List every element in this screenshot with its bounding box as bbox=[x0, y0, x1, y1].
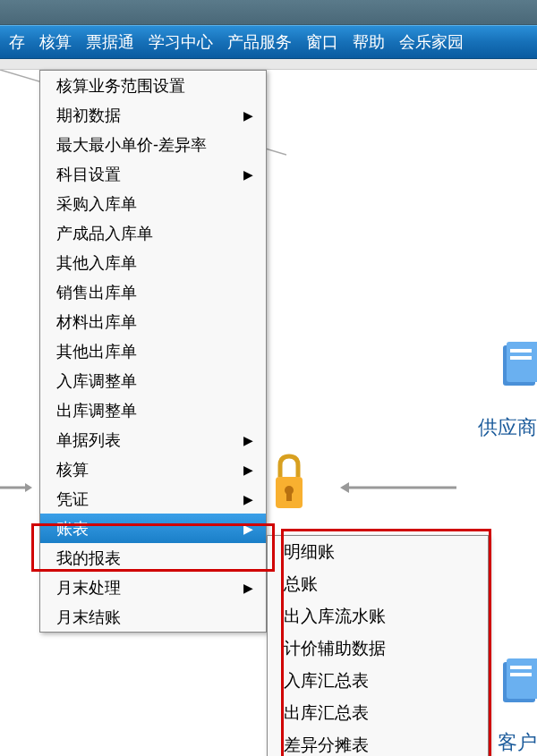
submenu-arrow-icon: ▶ bbox=[243, 433, 253, 447]
dropdown-item-label: 最大最小单价-差异率 bbox=[56, 134, 207, 156]
arrow-icon bbox=[340, 479, 456, 497]
menu-item-5[interactable]: 窗口 bbox=[299, 28, 345, 56]
main-dropdown-menu: 核算业务范围设置 期初数据 ▶ 最大最小单价-差异率 科目设置 ▶ 采购入库单 … bbox=[39, 70, 267, 633]
svg-rect-15 bbox=[286, 490, 292, 501]
menu-item-7[interactable]: 会乐家园 bbox=[392, 28, 471, 56]
submenu-item-label: 总账 bbox=[284, 573, 318, 596]
dropdown-item-voucher[interactable]: 凭证 ▶ bbox=[40, 484, 266, 514]
submenu-item-label: 计价辅助数据 bbox=[284, 637, 386, 660]
menu-item-2[interactable]: 票据通 bbox=[79, 28, 141, 56]
dropdown-item-label: 月末结账 bbox=[56, 607, 121, 628]
bg-label-customer: 客户 bbox=[498, 729, 537, 756]
reports-submenu: 明细账 总账 出入库流水账 计价辅助数据 入库汇总表 出库汇总表 差异分摊表 收… bbox=[267, 535, 489, 756]
dropdown-item-label: 其他入库单 bbox=[56, 252, 137, 274]
submenu-arrow-icon: ▶ bbox=[243, 522, 253, 536]
dropdown-item-purchase-in[interactable]: 采购入库单 bbox=[40, 189, 266, 218]
submenu-arrow-icon: ▶ bbox=[243, 167, 253, 182]
dropdown-item-accounting-scope[interactable]: 核算业务范围设置 bbox=[40, 71, 266, 100]
submenu-arrow-icon: ▶ bbox=[243, 108, 253, 123]
arrow-icon bbox=[0, 479, 32, 497]
dropdown-item-label: 期初数据 bbox=[56, 105, 121, 126]
submenu-item-label: 出入库流水账 bbox=[284, 605, 386, 628]
menu-item-3[interactable]: 学习中心 bbox=[141, 28, 220, 56]
dropdown-item-label: 核算 bbox=[56, 459, 89, 480]
dropdown-item-label: 采购入库单 bbox=[56, 193, 137, 215]
dropdown-item-label: 入库调整单 bbox=[56, 370, 137, 392]
lock-icon bbox=[267, 446, 311, 517]
submenu-arrow-icon: ▶ bbox=[243, 581, 253, 595]
dropdown-item-product-in[interactable]: 产成品入库单 bbox=[40, 218, 266, 248]
submenu-arrow-icon: ▶ bbox=[243, 463, 253, 477]
menu-item-4[interactable]: 产品服务 bbox=[220, 28, 299, 56]
menu-item-6[interactable]: 帮助 bbox=[345, 28, 392, 56]
dropdown-item-month-close[interactable]: 月末结账 bbox=[40, 602, 266, 632]
menu-item-1[interactable]: 核算 bbox=[32, 28, 79, 56]
dropdown-item-label: 产成品入库单 bbox=[56, 223, 153, 244]
dropdown-item-other-in[interactable]: 其他入库单 bbox=[40, 248, 266, 277]
dropdown-item-initial-data[interactable]: 期初数据 ▶ bbox=[40, 100, 266, 130]
svg-rect-2 bbox=[507, 342, 537, 382]
dropdown-item-label: 单据列表 bbox=[56, 429, 121, 451]
submenu-item-out-summary[interactable]: 出库汇总表 bbox=[268, 697, 488, 729]
dropdown-item-label: 凭证 bbox=[56, 488, 89, 510]
dropdown-item-material-out[interactable]: 材料出库单 bbox=[40, 307, 266, 336]
dropdown-item-label: 账表 bbox=[56, 518, 89, 539]
dropdown-item-label: 材料出库单 bbox=[56, 311, 137, 333]
dropdown-item-label: 销售出库单 bbox=[56, 282, 137, 303]
title-bar bbox=[0, 0, 537, 25]
folder-icon bbox=[501, 653, 537, 707]
submenu-arrow-icon: ▶ bbox=[243, 492, 253, 506]
dropdown-item-label: 月末处理 bbox=[56, 577, 121, 599]
submenu-item-label: 入库汇总表 bbox=[284, 669, 369, 692]
dropdown-item-other-out[interactable]: 其他出库单 bbox=[40, 336, 266, 366]
bg-label-supplier: 供应商 bbox=[478, 414, 537, 441]
dropdown-item-out-adjust[interactable]: 出库调整单 bbox=[40, 395, 266, 425]
submenu-item-pricing-data[interactable]: 计价辅助数据 bbox=[268, 633, 488, 665]
svg-marker-12 bbox=[340, 482, 349, 493]
dropdown-item-accounting[interactable]: 核算 ▶ bbox=[40, 454, 266, 484]
menu-bar: 存 核算 票据通 学习中心 产品服务 窗口 帮助 会乐家园 bbox=[0, 25, 537, 59]
submenu-item-flow-ledger[interactable]: 出入库流水账 bbox=[268, 600, 488, 633]
svg-rect-6 bbox=[507, 658, 537, 699]
dropdown-item-label: 出库调整单 bbox=[56, 400, 137, 421]
content-area: 供应商 客户 核算业务范围设置 期初数据 ▶ bbox=[0, 70, 537, 756]
submenu-item-label: 出库汇总表 bbox=[284, 701, 369, 725]
dropdown-item-label: 科目设置 bbox=[56, 164, 121, 185]
dropdown-item-label: 我的报表 bbox=[56, 548, 121, 569]
dropdown-item-sales-out[interactable]: 销售出库单 bbox=[40, 277, 266, 307]
svg-rect-8 bbox=[510, 673, 532, 676]
dropdown-item-reports[interactable]: 账表 ▶ bbox=[40, 514, 266, 543]
folder-icon bbox=[501, 336, 537, 390]
submenu-item-label: 差异分摊表 bbox=[284, 734, 369, 756]
dropdown-item-in-adjust[interactable]: 入库调整单 bbox=[40, 366, 266, 395]
submenu-item-general-ledger[interactable]: 总账 bbox=[268, 568, 488, 600]
submenu-item-in-summary[interactable]: 入库汇总表 bbox=[268, 665, 488, 697]
menu-item-0[interactable]: 存 bbox=[2, 28, 32, 56]
dropdown-item-price-variance[interactable]: 最大最小单价-差异率 bbox=[40, 130, 266, 159]
dropdown-item-doc-list[interactable]: 单据列表 ▶ bbox=[40, 425, 266, 454]
dropdown-item-label: 核算业务范围设置 bbox=[56, 75, 185, 97]
submenu-item-variance[interactable]: 差异分摊表 bbox=[268, 729, 488, 756]
svg-rect-3 bbox=[510, 349, 532, 353]
svg-rect-4 bbox=[510, 356, 532, 360]
submenu-item-label: 明细账 bbox=[284, 540, 335, 564]
submenu-item-detail-ledger[interactable]: 明细账 bbox=[268, 536, 488, 568]
svg-rect-7 bbox=[510, 666, 532, 669]
dropdown-item-month-end[interactable]: 月末处理 ▶ bbox=[40, 573, 266, 602]
dropdown-item-label: 其他出库单 bbox=[56, 341, 137, 362]
dropdown-item-subject-settings[interactable]: 科目设置 ▶ bbox=[40, 159, 266, 189]
svg-marker-10 bbox=[25, 483, 32, 492]
dropdown-item-my-reports[interactable]: 我的报表 bbox=[40, 543, 266, 573]
toolbar-area bbox=[0, 59, 537, 70]
